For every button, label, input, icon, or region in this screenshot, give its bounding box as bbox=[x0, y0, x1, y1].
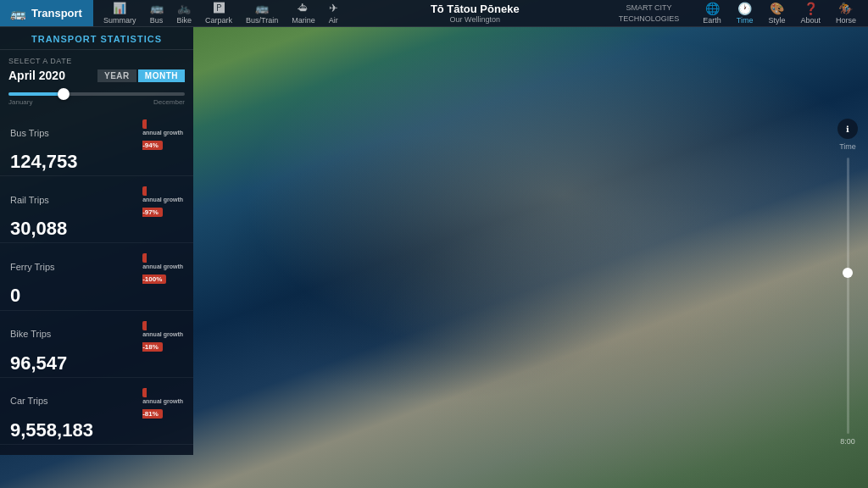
stat-row-rail: Rail Trips annual growth -97% 30,088 bbox=[0, 176, 193, 243]
bus-growth-label: annual growth bbox=[142, 130, 183, 136]
right-icons: 🌐 Earth 🕐 Time 🎨 Style ❓ About 🏇 Horse bbox=[696, 0, 868, 26]
bus-icon: 🚌 bbox=[10, 6, 26, 21]
period-buttons: YEAR MONTH bbox=[97, 69, 185, 82]
about-button[interactable]: ❓ About bbox=[793, 0, 827, 26]
left-panel: TRANSPORT STATISTICS SELECT A DATE April… bbox=[0, 27, 193, 455]
bus-trips-label: Bus Trips bbox=[10, 128, 49, 138]
stat-row-car: Car Trips annual growth -81% 9,558,183 bbox=[0, 378, 193, 445]
style-button[interactable]: 🎨 Style bbox=[761, 0, 792, 26]
rail-growth-badge: annual growth -97% bbox=[142, 181, 183, 218]
bus-trips-value: 124,753 bbox=[10, 152, 183, 172]
car-growth-badge: annual growth -81% bbox=[142, 383, 183, 419]
ferry-growth-badge: annual growth -100% bbox=[142, 248, 183, 285]
center-title: Tō Tātou Pōneke Our Wellington bbox=[348, 3, 602, 24]
panel-title: TRANSPORT STATISTICS bbox=[0, 27, 193, 50]
rail-growth-value: annual growth -97% bbox=[142, 186, 183, 217]
time-slider: ℹ Time 8:00 bbox=[837, 119, 858, 446]
city-subtitle: Our Wellington bbox=[450, 15, 500, 24]
date-label: SELECT A DATE bbox=[8, 57, 185, 65]
date-selector: SELECT A DATE April 2020 YEAR MONTH bbox=[0, 50, 193, 86]
bike-trips-value: 96,547 bbox=[10, 353, 183, 374]
ferry-trips-value: 0 bbox=[10, 286, 183, 306]
about-icon: ❓ bbox=[804, 2, 818, 15]
horse-button[interactable]: 🏇 Horse bbox=[829, 0, 863, 26]
rail-trips-label: Rail Trips bbox=[10, 195, 49, 205]
ferry-growth-value: annual growth -100% bbox=[142, 253, 183, 284]
stat-row-bus: Bus Trips annual growth -94% 124,753 bbox=[0, 109, 193, 176]
stat-row-bike-header: Bike Trips annual growth -18% bbox=[10, 316, 183, 352]
air-icon: ✈ bbox=[329, 2, 338, 14]
bus-growth-badge: annual growth -94% bbox=[142, 114, 183, 151]
slider-min-label: January bbox=[8, 98, 32, 106]
bike-icon: 🚲 bbox=[177, 2, 191, 14]
bike-trips-label: Bike Trips bbox=[10, 329, 51, 339]
time-button[interactable]: 🕐 Time bbox=[730, 0, 760, 26]
topbar: 🚌 Transport 📊 Summary 🚌 Bus 🚲 Bike 🅿 Car… bbox=[0, 0, 868, 27]
time-info-icon[interactable]: ℹ bbox=[837, 119, 858, 139]
stat-row-bus-header: Bus Trips annual growth -94% bbox=[10, 114, 183, 151]
bustrain-icon: 🚌 bbox=[255, 2, 269, 14]
bike-growth-value: annual growth -18% bbox=[142, 321, 183, 352]
selected-date: April 2020 bbox=[8, 69, 65, 82]
transport-logo[interactable]: 🚌 Transport bbox=[0, 0, 93, 26]
slider-labels: January December bbox=[8, 98, 185, 106]
bus-growth-value: annual growth -94% bbox=[142, 119, 183, 150]
nav-carpark[interactable]: 🅿 Carpark bbox=[198, 0, 239, 26]
slider-max-label: December bbox=[153, 98, 185, 106]
stat-row-rail-header: Rail Trips annual growth -97% bbox=[10, 181, 183, 218]
smart-city-text: SMART CITY TECHNOLOGIES bbox=[619, 3, 680, 24]
nav-summary[interactable]: 📊 Summary bbox=[97, 0, 143, 26]
time-icon: 🕐 bbox=[737, 2, 752, 15]
rail-trips-value: 30,088 bbox=[10, 219, 183, 239]
bus-nav-icon: 🚌 bbox=[150, 2, 164, 14]
nav-bus[interactable]: 🚌 Bus bbox=[143, 0, 170, 26]
smart-city-label: SMART CITY TECHNOLOGIES bbox=[602, 3, 697, 24]
stat-row-ferry-header: Ferry Trips annual growth -100% bbox=[10, 248, 183, 285]
date-slider-container: January December bbox=[0, 86, 193, 109]
car-growth-value: annual growth -81% bbox=[142, 388, 183, 419]
year-button[interactable]: YEAR bbox=[97, 69, 136, 82]
month-button[interactable]: MONTH bbox=[138, 69, 185, 82]
time-thumb[interactable] bbox=[843, 268, 853, 278]
time-value-label: 8:00 bbox=[840, 437, 855, 446]
earth-button[interactable]: 🌐 Earth bbox=[696, 0, 728, 26]
date-slider-track[interactable] bbox=[8, 92, 185, 96]
stat-row-ferry: Ferry Trips annual growth -100% 0 bbox=[0, 243, 193, 310]
date-controls: April 2020 YEAR MONTH bbox=[8, 69, 185, 82]
horse-icon: 🏇 bbox=[838, 2, 853, 15]
earth-icon: 🌐 bbox=[705, 2, 720, 15]
ferry-trips-label: Ferry Trips bbox=[10, 262, 55, 272]
time-track[interactable] bbox=[847, 158, 849, 434]
summary-icon: 📊 bbox=[113, 2, 126, 14]
info-icon: ℹ bbox=[846, 125, 849, 134]
nav-icons: 📊 Summary 🚌 Bus 🚲 Bike 🅿 Carpark 🚌 Bus/T… bbox=[93, 0, 348, 26]
marine-icon: ⛴ bbox=[298, 2, 309, 14]
style-icon: 🎨 bbox=[770, 2, 784, 15]
nav-air[interactable]: ✈ Air bbox=[322, 0, 345, 26]
city-name: Tō Tātou Pōneke bbox=[431, 3, 520, 15]
stat-row-car-header: Car Trips annual growth -81% bbox=[10, 383, 183, 419]
carpark-icon: 🅿 bbox=[214, 2, 225, 14]
logo-text: Transport bbox=[31, 7, 82, 19]
car-trips-label: Car Trips bbox=[10, 396, 48, 406]
time-slider-label: Time bbox=[839, 142, 856, 151]
slider-fill bbox=[8, 92, 61, 96]
nav-bike[interactable]: 🚲 Bike bbox=[170, 0, 199, 26]
bike-growth-badge: annual growth -18% bbox=[142, 316, 183, 352]
stat-row-bike: Bike Trips annual growth -18% 96,547 bbox=[0, 311, 193, 378]
nav-marine[interactable]: ⛴ Marine bbox=[285, 0, 322, 26]
car-trips-value: 9,558,183 bbox=[10, 420, 183, 441]
nav-bustrain[interactable]: 🚌 Bus/Train bbox=[239, 0, 285, 26]
